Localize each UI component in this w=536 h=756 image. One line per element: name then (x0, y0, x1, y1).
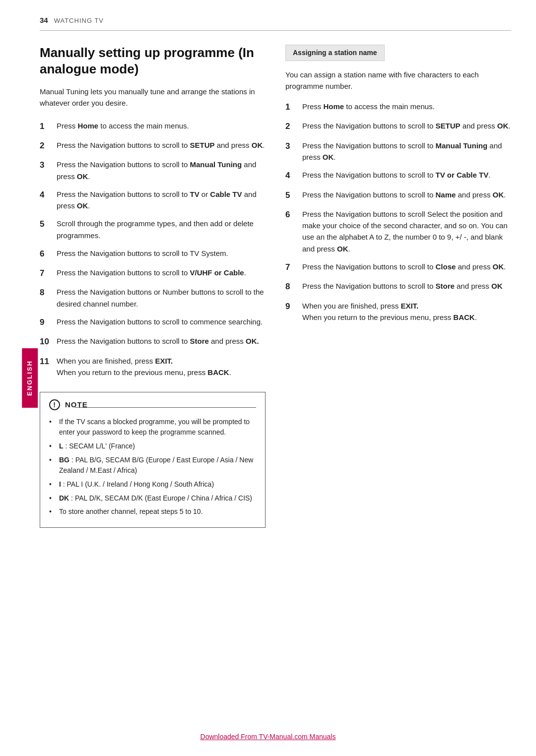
note-box: ! NOTE • If the TV scans a blocked progr… (40, 392, 266, 528)
step-text-1: Press Home to access the main menus. (57, 120, 266, 131)
two-col-layout: Manually setting up programme (In analog… (40, 45, 511, 528)
right-steps-list: 1 Press Home to access the main menus. 2… (285, 101, 511, 323)
left-step-6: 6 Press the Navigation buttons to scroll… (40, 248, 266, 260)
page-number: 34 (40, 15, 48, 26)
note-title: ! NOTE (49, 399, 256, 411)
right-step-num-5: 5 (285, 189, 299, 202)
note-text-2: L : SECAM L/L' (France) (59, 441, 135, 452)
note-bullet-2: • (49, 441, 56, 452)
note-item-1: • If the TV scans a blocked programme, y… (49, 417, 256, 438)
step-num-6: 6 (40, 248, 54, 260)
left-step-9: 9 Press the Navigation buttons to scroll… (40, 316, 266, 329)
left-step-4: 4 Press the Navigation buttons to scroll… (40, 189, 266, 212)
right-step-text-3: Press the Navigation buttons to scroll t… (302, 140, 511, 163)
note-text-5: DK : PAL D/K, SECAM D/K (East Europe / C… (59, 493, 252, 504)
note-bullet-3: • (49, 455, 56, 466)
step-num-10: 10 (40, 335, 54, 348)
right-step-text-9: When you are finished, press EXIT.When y… (302, 300, 511, 323)
right-step-text-4: Press the Navigation buttons to scroll t… (302, 169, 511, 181)
step-text-4: Press the Navigation buttons to scroll t… (57, 189, 266, 212)
note-divider (75, 407, 256, 408)
right-step-num-7: 7 (285, 261, 299, 274)
content-area: 34 WATCHING TV Manually setting up progr… (15, 0, 536, 543)
page-header: 34 WATCHING TV (40, 15, 511, 31)
note-text-1: If the TV scans a blocked programme, you… (59, 417, 256, 438)
right-step-text-1: Press Home to access the main menus. (302, 101, 511, 112)
page-footer[interactable]: Downloaded From TV-Manual.com Manuals (201, 732, 336, 742)
note-text-6: To store another channel, repeat steps 5… (59, 506, 203, 517)
right-step-num-4: 4 (285, 169, 299, 182)
right-step-num-3: 3 (285, 140, 299, 153)
right-step-9: 9 When you are finished, press EXIT.When… (285, 300, 511, 323)
note-bullet-1: • (49, 417, 56, 428)
step-text-11: When you are finished, press EXIT.When y… (57, 355, 266, 378)
page-section-title: WATCHING TV (54, 16, 104, 26)
left-step-7: 7 Press the Navigation buttons to scroll… (40, 267, 266, 280)
step-num-1: 1 (40, 120, 54, 133)
note-item-3: • BG : PAL B/G, SECAM B/G (Europe / East… (49, 455, 256, 476)
step-num-9: 9 (40, 316, 54, 329)
right-step-text-7: Press the Navigation buttons to scroll t… (302, 261, 511, 272)
note-bullet-6: • (49, 506, 56, 517)
note-title-text: NOTE (65, 399, 88, 411)
right-step-text-6: Press the Navigation buttons to scroll S… (302, 208, 511, 254)
note-item-4: • I : PAL I (U.K. / Ireland / Hong Kong … (49, 479, 256, 490)
step-num-11: 11 (40, 355, 54, 368)
right-step-text-8: Press the Navigation buttons to scroll t… (302, 280, 511, 292)
note-text-3: BG : PAL B/G, SECAM B/G (Europe / East E… (59, 455, 256, 476)
right-step-num-2: 2 (285, 120, 299, 133)
right-step-text-5: Press the Navigation buttons to scroll t… (302, 189, 511, 200)
note-list: • If the TV scans a blocked programme, y… (49, 417, 256, 518)
left-step-5: 5 Scroll through the programme types, an… (40, 218, 266, 241)
step-num-7: 7 (40, 267, 54, 280)
right-intro: You can assign a station name with five … (285, 69, 511, 92)
right-step-8: 8 Press the Navigation buttons to scroll… (285, 280, 511, 293)
right-step-num-6: 6 (285, 208, 299, 221)
right-step-1: 1 Press Home to access the main menus. (285, 101, 511, 114)
left-step-2: 2 Press the Navigation buttons to scroll… (40, 139, 266, 152)
step-text-10: Press the Navigation buttons to scroll t… (57, 335, 266, 347)
step-text-5: Scroll through the programme types, and … (57, 218, 266, 241)
footer-link[interactable]: Downloaded From TV-Manual.com Manuals (201, 733, 336, 741)
step-text-2: Press the Navigation buttons to scroll t… (57, 139, 266, 151)
page-container: ENGLISH 34 WATCHING TV Manually setting … (0, 0, 536, 756)
note-item-2: • L : SECAM L/L' (France) (49, 441, 256, 452)
left-step-8: 8 Press the Navigation buttons or Number… (40, 286, 266, 310)
step-text-9: Press the Navigation buttons to scroll t… (57, 316, 266, 327)
step-text-6: Press the Navigation buttons to scroll t… (57, 248, 266, 259)
left-step-10: 10 Press the Navigation buttons to scrol… (40, 335, 266, 348)
left-step-3: 3 Press the Navigation buttons to scroll… (40, 159, 266, 182)
right-step-6: 6 Press the Navigation buttons to scroll… (285, 208, 511, 254)
note-item-5: • DK : PAL D/K, SECAM D/K (East Europe /… (49, 493, 256, 504)
right-step-3: 3 Press the Navigation buttons to scroll… (285, 140, 511, 163)
right-section-box: Assigning a station name (285, 45, 385, 61)
intro-text: Manual Tuning lets you manually tune and… (40, 86, 266, 109)
left-step-11: 11 When you are finished, press EXIT.Whe… (40, 355, 266, 378)
left-column: Manually setting up programme (In analog… (40, 45, 266, 528)
note-text-4: I : PAL I (U.K. / Ireland / Hong Kong / … (59, 479, 214, 490)
sidebar-label: ENGLISH (22, 348, 38, 408)
right-step-5: 5 Press the Navigation buttons to scroll… (285, 189, 511, 202)
step-num-2: 2 (40, 139, 54, 152)
step-num-4: 4 (40, 189, 54, 201)
right-column: Assigning a station name You can assign … (285, 45, 511, 528)
step-text-8: Press the Navigation buttons or Number b… (57, 286, 266, 310)
right-step-text-2: Press the Navigation buttons to scroll t… (302, 120, 511, 131)
right-step-num-1: 1 (285, 101, 299, 114)
step-text-3: Press the Navigation buttons to scroll t… (57, 159, 266, 182)
right-step-num-8: 8 (285, 280, 299, 293)
note-bullet-5: • (49, 493, 56, 504)
right-step-2: 2 Press the Navigation buttons to scroll… (285, 120, 511, 133)
note-icon: ! (49, 399, 60, 410)
left-steps-list: 1 Press Home to access the main menus. 2… (40, 120, 266, 378)
right-step-4: 4 Press the Navigation buttons to scroll… (285, 169, 511, 182)
note-item-6: • To store another channel, repeat steps… (49, 506, 256, 517)
step-text-7: Press the Navigation buttons to scroll t… (57, 267, 266, 278)
right-step-num-9: 9 (285, 300, 299, 313)
step-num-5: 5 (40, 218, 54, 231)
right-step-7: 7 Press the Navigation buttons to scroll… (285, 261, 511, 274)
left-step-1: 1 Press Home to access the main menus. (40, 120, 266, 133)
step-num-8: 8 (40, 286, 54, 299)
note-bullet-4: • (49, 479, 56, 490)
section-heading: Manually setting up programme (In analog… (40, 45, 266, 78)
